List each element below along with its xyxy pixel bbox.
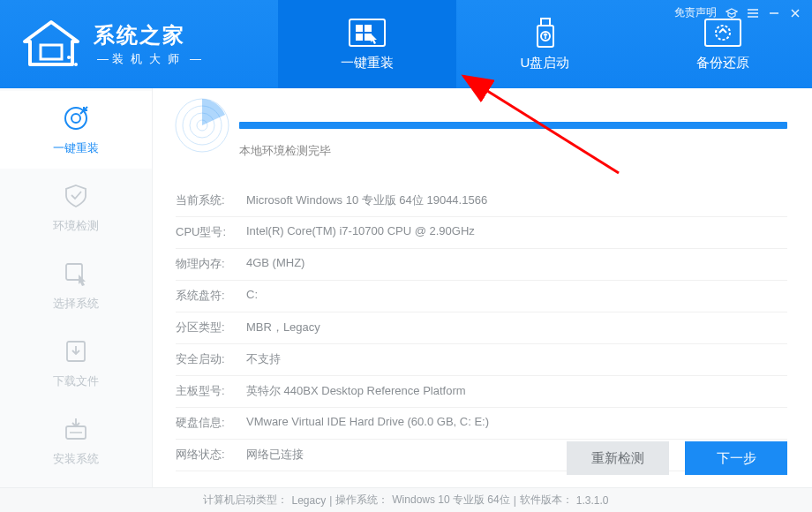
sidebar-item-label: 一键重装 bbox=[53, 140, 99, 156]
windows-cursor-icon bbox=[348, 18, 387, 49]
recheck-button[interactable]: 重新检测 bbox=[567, 441, 669, 475]
svg-rect-9 bbox=[541, 19, 550, 26]
nav-reinstall[interactable]: 一键重装 bbox=[278, 0, 456, 88]
svg-rect-0 bbox=[41, 45, 62, 59]
info-row: 硬盘信息:VMware Virtual IDE Hard Drive (60.0… bbox=[176, 408, 787, 440]
info-row: 当前系统:Microsoft Windows 10 专业版 64位 19044.… bbox=[176, 185, 787, 217]
info-row: 系统盘符:C: bbox=[176, 281, 787, 312]
info-key: 网络状态: bbox=[176, 447, 246, 463]
sidebar: 一键重装 环境检测 选择系统 下载文件 安装系统 bbox=[0, 88, 153, 487]
brand-subtitle: 装机大师 bbox=[94, 51, 205, 67]
content: 本地环境检测完毕 当前系统:Microsoft Windows 10 专业版 6… bbox=[153, 88, 812, 487]
svg-point-3 bbox=[74, 63, 78, 66]
minimize-button[interactable] bbox=[768, 8, 780, 19]
sidebar-item-label: 选择系统 bbox=[53, 296, 99, 312]
info-row: 分区类型:MBR，Legacy bbox=[176, 312, 787, 344]
info-row: CPU型号:Intel(R) Core(TM) i7-10700 CPU @ 2… bbox=[176, 217, 787, 249]
nav-usb[interactable]: U盘启动 bbox=[456, 0, 635, 88]
sidebar-item-label: 下载文件 bbox=[53, 373, 99, 389]
sidebar-item-label: 安装系统 bbox=[53, 451, 99, 467]
sidebar-item-reinstall[interactable]: 一键重装 bbox=[0, 91, 152, 169]
info-key: 物理内存: bbox=[176, 256, 246, 272]
logo-icon bbox=[16, 18, 86, 71]
info-key: CPU型号: bbox=[176, 224, 246, 240]
info-row: 主板型号:英特尔 440BX Desktop Reference Platfor… bbox=[176, 376, 787, 408]
svg-rect-5 bbox=[356, 25, 363, 32]
body: 一键重装 环境检测 选择系统 下载文件 安装系统 本地环境检测完毕 当前系统:M… bbox=[0, 88, 812, 487]
sidebar-item-install[interactable]: 安装系统 bbox=[0, 402, 152, 479]
nav-backup-label: 备份还原 bbox=[696, 55, 749, 72]
sidebar-item-label: 环境检测 bbox=[53, 218, 99, 234]
disclaimer-link[interactable]: 免责声明 bbox=[674, 5, 717, 20]
radar-icon bbox=[174, 97, 230, 154]
svg-point-13 bbox=[716, 26, 730, 40]
svg-rect-7 bbox=[356, 34, 363, 41]
sidebar-item-envcheck[interactable]: 环境检测 bbox=[0, 169, 152, 246]
info-key: 当前系统: bbox=[176, 192, 246, 208]
menu-icon[interactable] bbox=[747, 8, 759, 19]
statusbar: 计算机启动类型： Legacy | 操作系统： Windows 10 专业版 6… bbox=[0, 487, 812, 512]
svg-rect-12 bbox=[705, 19, 741, 46]
info-value: Intel(R) Core(TM) i7-10700 CPU @ 2.90GHz bbox=[246, 224, 787, 240]
target-icon bbox=[61, 103, 91, 133]
svg-rect-4 bbox=[350, 19, 385, 46]
next-button[interactable]: 下一步 bbox=[685, 441, 787, 475]
os-value: Windows 10 专业版 64位 bbox=[392, 493, 509, 508]
info-key: 硬盘信息: bbox=[176, 415, 246, 431]
info-value: Microsoft Windows 10 专业版 64位 19044.1566 bbox=[246, 192, 787, 208]
info-row: 安全启动:不支持 bbox=[176, 344, 787, 376]
backup-icon bbox=[703, 18, 742, 49]
svg-point-1 bbox=[67, 56, 71, 59]
info-key: 安全启动: bbox=[176, 351, 246, 367]
brand-title: 系统之家 bbox=[94, 21, 205, 49]
info-row: 物理内存:4GB (MHZ) bbox=[176, 249, 787, 281]
info-value: 英特尔 440BX Desktop Reference Platform bbox=[246, 383, 787, 399]
header: 系统之家 装机大师 一键重装 U盘启动 备份还原 免责声明 bbox=[0, 0, 812, 88]
info-value: VMware Virtual IDE Hard Drive (60.0 GB, … bbox=[246, 415, 787, 431]
svg-rect-8 bbox=[365, 34, 372, 41]
close-button[interactable] bbox=[789, 8, 801, 19]
download-icon bbox=[61, 336, 91, 366]
progress-label: 本地环境检测完毕 bbox=[239, 143, 787, 159]
info-key: 系统盘符: bbox=[176, 288, 246, 304]
info-key: 主板型号: bbox=[176, 383, 246, 399]
graduation-icon[interactable] bbox=[726, 8, 738, 19]
svg-point-2 bbox=[71, 59, 74, 63]
ver-label: 软件版本： bbox=[520, 493, 573, 508]
sidebar-item-download[interactable]: 下载文件 bbox=[0, 324, 152, 402]
nav-usb-label: U盘启动 bbox=[521, 55, 570, 72]
info-list: 当前系统:Microsoft Windows 10 专业版 64位 19044.… bbox=[176, 185, 787, 471]
titlebar-controls: 免责声明 bbox=[674, 5, 801, 20]
select-icon bbox=[61, 259, 91, 289]
progress-bar bbox=[239, 122, 787, 129]
info-value: 不支持 bbox=[246, 351, 787, 367]
usb-icon bbox=[526, 18, 565, 49]
info-value: MBR，Legacy bbox=[246, 320, 787, 335]
boot-type-value: Legacy bbox=[291, 494, 326, 507]
svg-point-15 bbox=[71, 114, 80, 123]
install-icon bbox=[61, 414, 91, 444]
info-key: 分区类型: bbox=[176, 320, 246, 335]
os-label: 操作系统： bbox=[335, 493, 388, 508]
logo-area: 系统之家 装机大师 bbox=[0, 0, 278, 88]
svg-rect-6 bbox=[365, 25, 372, 32]
info-value: 4GB (MHZ) bbox=[246, 256, 787, 272]
info-value: C: bbox=[246, 288, 787, 304]
boot-type-label: 计算机启动类型： bbox=[203, 493, 288, 508]
shield-check-icon bbox=[61, 181, 91, 211]
nav-reinstall-label: 一键重装 bbox=[341, 55, 394, 72]
sidebar-item-select-sys[interactable]: 选择系统 bbox=[0, 246, 152, 324]
ver-value: 1.3.1.0 bbox=[576, 494, 609, 507]
